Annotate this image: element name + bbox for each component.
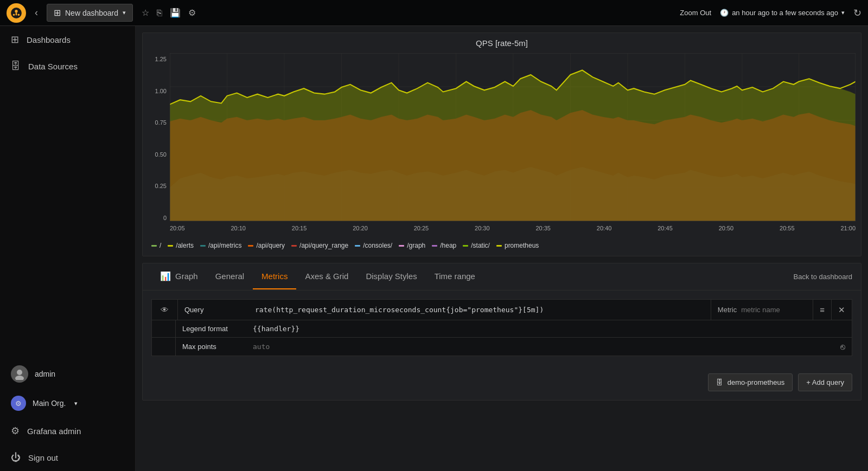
sidebar-item-dashboards[interactable]: ⊞ Dashboards <box>0 26 135 53</box>
maxpoints-row: Max points ⎋ <box>151 338 852 356</box>
admin-icon: ⚙ <box>11 425 20 437</box>
topbar: ‹ ⊞ New dashboard ▾ ☆ ⎘ 💾 ⚙ Zoom Out 🕐 a… <box>0 0 868 26</box>
maxpoints-link-icon[interactable]: ⎋ <box>840 342 845 351</box>
legend-spacer <box>152 320 176 337</box>
legend-color <box>168 245 173 247</box>
datasource-button[interactable]: 🗄 demo-prometheus <box>708 373 793 391</box>
y-tick: 1.00 <box>155 88 167 94</box>
svg-point-6 <box>15 376 24 380</box>
legend-label: /api/metrics <box>208 242 241 249</box>
legend-label: prometheus <box>505 242 539 249</box>
x-tick: 20:25 <box>414 225 429 231</box>
y-axis: 1.25 1.00 0.75 0.50 0.25 0 <box>143 53 170 221</box>
legend-label: /alerts <box>176 242 194 249</box>
zoom-out-button[interactable]: Zoom Out <box>680 9 711 17</box>
query-close-button[interactable]: ✕ <box>838 305 845 315</box>
legend-item: /graph <box>399 242 425 249</box>
sidebar-user[interactable]: admin <box>0 359 135 389</box>
svg-point-1 <box>15 10 17 12</box>
tab-metrics[interactable]: Metrics <box>253 264 296 289</box>
x-tick: 20:55 <box>780 225 795 231</box>
tab-label: General <box>215 272 244 281</box>
x-tick: 20:20 <box>353 225 368 231</box>
star-icon[interactable]: ☆ <box>142 8 149 18</box>
add-query-label: + Add query <box>806 378 844 386</box>
tab-general[interactable]: General <box>207 264 253 289</box>
x-tick: 20:35 <box>535 225 551 231</box>
signout-icon: ⏻ <box>11 452 21 463</box>
x-tick: 20:30 <box>475 225 490 231</box>
bottom-toolbar: 🗄 demo-prometheus + Add query <box>143 365 861 400</box>
grafana-logo[interactable] <box>7 3 26 23</box>
tab-time-range[interactable]: Time range <box>426 264 484 289</box>
time-range-label: an hour ago to a few seconds ago <box>732 9 838 17</box>
x-tick: 20:10 <box>231 225 246 231</box>
tab-label: Axes & Grid <box>305 272 348 281</box>
x-axis: 20:05 20:10 20:15 20:20 20:25 20:30 20:3… <box>170 223 856 231</box>
legend-color <box>200 245 206 247</box>
legend-label: /api/query <box>256 242 285 249</box>
org-label: Main Org. <box>33 399 66 408</box>
legend-color <box>151 245 157 247</box>
back-to-dashboard-link[interactable]: Back to dashboard <box>794 273 852 281</box>
svg-marker-28 <box>170 70 856 221</box>
query-label: Query <box>184 306 255 314</box>
maxpoints-input-cell: Max points ⎋ <box>176 338 852 356</box>
dashboard-name: New dashboard <box>65 9 118 17</box>
metric-label: Metric <box>718 306 737 314</box>
maxpoints-label: Max points <box>182 343 253 351</box>
legend-item: /alerts <box>168 242 194 249</box>
legend-item: /heap <box>432 242 456 249</box>
legend-color <box>399 245 404 247</box>
sidebar-item-label: Dashboards <box>27 35 71 44</box>
legend-item: prometheus <box>496 242 539 249</box>
sidebar-item-label: Sign out <box>28 453 58 462</box>
time-range-selector[interactable]: 🕐 an hour ago to a few seconds ago ▾ <box>720 9 845 17</box>
app: ‹ ⊞ New dashboard ▾ ☆ ⎘ 💾 ⚙ Zoom Out 🕐 a… <box>0 0 868 471</box>
sidebar-item-datasources[interactable]: 🗄 Data Sources <box>0 53 135 80</box>
legend-format-input[interactable] <box>253 325 845 333</box>
back-button[interactable]: ‹ <box>30 5 42 21</box>
share-icon[interactable]: ⎘ <box>157 8 162 18</box>
tab-axes-grid[interactable]: Axes & Grid <box>296 264 357 289</box>
add-query-button[interactable]: + Add query <box>798 373 852 391</box>
x-tick: 20:40 <box>597 225 612 231</box>
graph-tab-icon: 📊 <box>160 271 171 281</box>
chart-title: QPS [rate-5m] <box>143 33 861 53</box>
dashboard-dropdown[interactable]: ⊞ New dashboard ▾ <box>47 4 133 22</box>
datasource-label: demo-prometheus <box>727 378 785 386</box>
chart-svg <box>170 53 856 221</box>
legend-color <box>291 245 297 247</box>
refresh-button[interactable]: ↻ <box>853 7 861 19</box>
query-input[interactable] <box>255 306 704 314</box>
dashboards-icon: ⊞ <box>11 34 19 46</box>
sidebar-item-signout[interactable]: ⏻ Sign out <box>0 444 135 471</box>
query-menu-button[interactable]: ≡ <box>820 305 825 314</box>
chart-panel: QPS [rate-5m] 1.25 1.00 0.75 0.50 0.25 0 <box>142 33 861 256</box>
legend-label: /graph <box>407 242 425 249</box>
dropdown-arrow-icon: ▾ <box>123 9 126 16</box>
tab-graph[interactable]: 📊 Graph <box>151 263 207 290</box>
maxpoints-input[interactable] <box>253 343 836 351</box>
topbar-icons: ☆ ⎘ 💾 ⚙ <box>142 8 196 18</box>
tab-display-styles[interactable]: Display Styles <box>357 264 425 289</box>
topbar-right: Zoom Out 🕐 an hour ago to a few seconds … <box>680 7 861 19</box>
metric-input[interactable] <box>741 306 806 314</box>
sidebar: ⊞ Dashboards 🗄 Data Sources admin ⚙ Main… <box>0 26 136 471</box>
sidebar-item-label: Grafana admin <box>27 427 81 436</box>
y-tick: 0.75 <box>155 119 167 126</box>
legend-item: /api/metrics <box>200 242 241 249</box>
query-form: 👁 Query Metric ≡ <box>143 291 861 365</box>
x-tick: 20:05 <box>170 225 185 231</box>
legend-item: /consoles/ <box>355 242 392 249</box>
legend-color <box>432 245 437 247</box>
clock-icon: 🕐 <box>720 9 729 17</box>
tab-label: Display Styles <box>366 272 417 281</box>
y-tick: 0 <box>163 215 167 221</box>
toggle-visibility-button[interactable]: 👁 <box>158 304 171 315</box>
settings-icon[interactable]: ⚙ <box>188 8 196 18</box>
tab-label: Time range <box>435 272 475 281</box>
save-icon[interactable]: 💾 <box>170 8 181 18</box>
sidebar-item-grafana-admin[interactable]: ⚙ Grafana admin <box>0 417 135 444</box>
sidebar-org[interactable]: ⚙ Main Org. ▾ <box>0 389 135 417</box>
